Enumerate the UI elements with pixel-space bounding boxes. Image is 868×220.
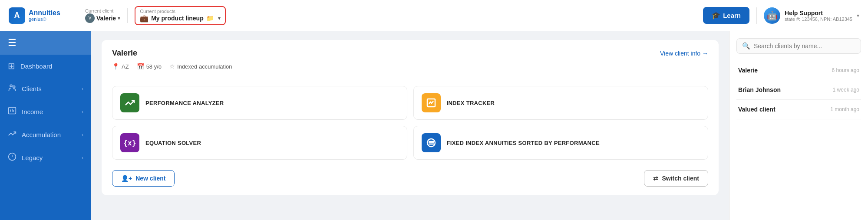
accumulation-icon <box>8 129 17 140</box>
brand-name: Annuities <box>29 10 60 16</box>
product-lineup-name: My product lineup <box>151 15 204 22</box>
clients-arrow-icon: › <box>82 86 83 92</box>
dashboard-icon: ⊞ <box>8 61 15 71</box>
sidebar-label-accumulation: Accumulation <box>22 131 61 138</box>
client-name-row[interactable]: V Valerie ▾ <box>85 13 120 23</box>
recent-client-valued[interactable]: Valued client 1 month ago <box>736 100 861 119</box>
brand-sub: genius® <box>29 16 60 22</box>
accumulation-arrow-icon: › <box>82 132 83 138</box>
switch-client-label: Switch client <box>662 175 699 182</box>
learn-button[interactable]: 🎓 Learn <box>703 7 749 24</box>
recent-time-brian: 1 week ago <box>833 87 859 93</box>
sidebar-item-dashboard[interactable]: ⊞ Dashboard <box>0 55 91 77</box>
sidebar: ☰ ⊞ Dashboard Clients › Income › <box>0 31 91 220</box>
sidebar-menu-button[interactable]: ☰ <box>0 31 91 55</box>
card-client-name: Valerie <box>112 49 137 58</box>
sidebar-label-dashboard: Dashboard <box>20 62 52 70</box>
client-meta: 📍 AZ 📅 58 y/o ☆ Indexed accumulation <box>112 63 708 77</box>
switch-client-icon: ⇄ <box>653 175 658 182</box>
client-name: Valerie <box>96 15 116 22</box>
recent-name-valued: Valued client <box>738 106 776 113</box>
sidebar-item-income[interactable]: Income › <box>0 100 91 123</box>
recent-name-brian: Brian Johnson <box>738 86 781 93</box>
learn-icon: 🎓 <box>712 11 720 20</box>
logo-icon: A <box>9 7 25 24</box>
new-client-icon: 👤+ <box>121 175 132 182</box>
learn-label: Learn <box>723 12 741 19</box>
support-text: Help Support state #: 123456, NPN: AB123… <box>785 10 852 22</box>
product-fixed-index-annuities[interactable]: FIXED INDEX ANNUITIES SORTED BY PERFORMA… <box>413 126 709 160</box>
performance-analyzer-icon <box>120 93 139 112</box>
logo-text: Annuities genius® <box>29 10 60 22</box>
svg-point-1 <box>13 86 15 88</box>
search-box[interactable]: 🔍 <box>736 38 861 54</box>
recent-client-brian[interactable]: Brian Johnson 1 week ago <box>736 80 861 100</box>
support-state: state #: 123456, NPN: AB12345 <box>785 16 852 22</box>
sidebar-item-clients[interactable]: Clients › <box>0 77 91 100</box>
app-body: ☰ ⊞ Dashboard Clients › Income › <box>0 31 868 220</box>
card-header: Valerie View client info → <box>112 49 708 58</box>
support-name: Help Support <box>785 10 852 16</box>
fixed-index-annuities-icon <box>422 133 441 152</box>
product-equation-solver[interactable]: {x} EQUATION SOLVER <box>112 126 407 160</box>
meta-goal-value: Indexed accumulation <box>177 63 232 70</box>
header: A Annuities genius® Current client V Val… <box>0 0 868 31</box>
briefcase-icon: 💼 <box>140 14 149 23</box>
client-selector[interactable]: Current client V Valerie ▾ <box>85 8 128 23</box>
support-chevron-icon[interactable]: ▾ <box>857 13 859 19</box>
view-client-info-link[interactable]: View client info → <box>660 50 708 57</box>
meta-age-value: 58 y/o <box>146 63 162 70</box>
product-fixed-index-annuities-label: FIXED INDEX ANNUITIES SORTED BY PERFORMA… <box>447 140 600 146</box>
income-arrow-icon: › <box>82 109 83 115</box>
client-card: Valerie View client info → 📍 AZ 📅 58 y/o… <box>102 40 719 195</box>
meta-goal: ☆ Indexed accumulation <box>169 63 232 70</box>
support-avatar: 🤖 <box>764 7 780 24</box>
product-selector[interactable]: Current products 💼 My product lineup 📁 ▾ <box>135 6 226 25</box>
recent-clients-list: Valerie 6 hours ago Brian Johnson 1 week… <box>736 61 861 119</box>
right-panel: 🔍 Valerie 6 hours ago Brian Johnson 1 we… <box>729 31 868 220</box>
card-actions: 👤+ New client ⇄ Switch client <box>112 170 708 187</box>
help-support: 🤖 Help Support state #: 123456, NPN: AB1… <box>756 7 859 24</box>
new-client-button[interactable]: 👤+ New client <box>112 170 175 187</box>
meta-state-value: AZ <box>122 63 129 70</box>
current-products-label: Current products <box>140 9 221 14</box>
recent-name-valerie: Valerie <box>738 67 758 74</box>
recent-time-valued: 1 month ago <box>830 106 859 112</box>
sidebar-item-legacy[interactable]: Legacy › <box>0 146 91 169</box>
clients-icon <box>8 83 17 94</box>
sidebar-label-income: Income <box>22 108 43 115</box>
income-icon <box>8 106 17 117</box>
search-input[interactable] <box>754 43 855 49</box>
svg-point-0 <box>10 85 12 87</box>
star-icon: ☆ <box>169 63 175 70</box>
folder-icon: 📁 <box>206 15 214 22</box>
switch-client-button[interactable]: ⇄ Switch client <box>644 170 708 187</box>
search-icon: 🔍 <box>742 42 750 50</box>
new-client-label: New client <box>135 175 165 182</box>
location-icon: 📍 <box>112 63 119 70</box>
sidebar-label-legacy: Legacy <box>22 154 43 161</box>
meta-age: 📅 58 y/o <box>137 63 162 70</box>
recent-client-valerie[interactable]: Valerie 6 hours ago <box>736 61 861 80</box>
product-index-tracker-label: INDEX TRACKER <box>447 100 495 106</box>
client-avatar: V <box>85 13 95 23</box>
product-equation-solver-label: EQUATION SOLVER <box>145 140 201 146</box>
meta-state: 📍 AZ <box>112 63 129 70</box>
product-name-row[interactable]: 💼 My product lineup 📁 ▾ <box>140 14 221 23</box>
equation-solver-icon: {x} <box>120 133 139 152</box>
current-client-label: Current client <box>85 8 120 13</box>
client-chevron-icon: ▾ <box>118 15 120 21</box>
legacy-arrow-icon: › <box>82 155 83 161</box>
sidebar-label-clients: Clients <box>22 85 42 92</box>
product-performance-analyzer[interactable]: PERFORMANCE ANALYZER <box>112 86 407 120</box>
index-tracker-icon <box>422 93 441 112</box>
product-performance-analyzer-label: PERFORMANCE ANALYZER <box>145 100 224 106</box>
sidebar-item-accumulation[interactable]: Accumulation › <box>0 123 91 146</box>
calendar-icon: 📅 <box>137 63 144 70</box>
product-chevron-icon: ▾ <box>218 15 221 21</box>
product-index-tracker[interactable]: INDEX TRACKER <box>413 86 709 120</box>
main-content: Valerie View client info → 📍 AZ 📅 58 y/o… <box>91 31 729 220</box>
recent-time-valerie: 6 hours ago <box>832 67 859 73</box>
products-grid: PERFORMANCE ANALYZER INDEX TRACKER {x} <box>112 86 708 160</box>
logo-area: A Annuities genius® <box>9 7 78 24</box>
